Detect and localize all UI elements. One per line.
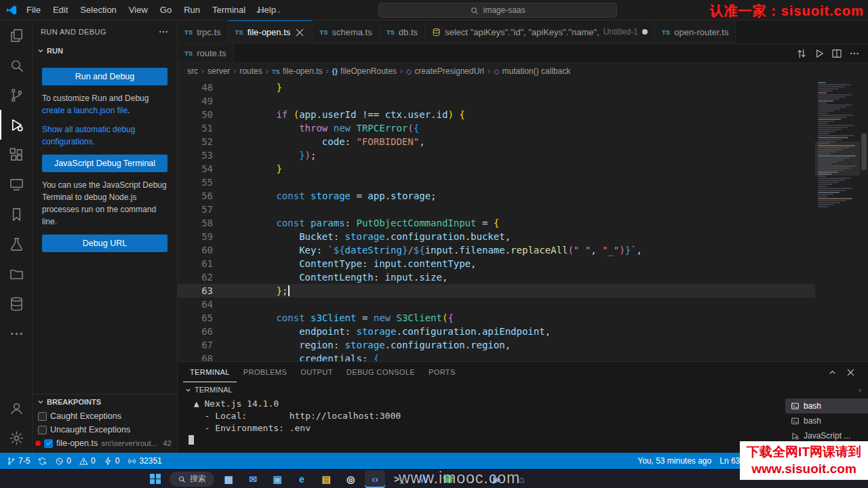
breakpoint-row[interactable]: Uncaught Exceptions (33, 423, 177, 436)
code-content[interactable]: 48 }4950 if (app.userId !== ctx.user.id)… (178, 79, 815, 361)
scrollbar-thumb[interactable] (861, 134, 867, 170)
terminal-instance-bash[interactable]: bash (785, 413, 868, 428)
run-file-icon[interactable] (814, 48, 825, 59)
js-debug-terminal-button[interactable]: JavaScript Debug Terminal (42, 155, 167, 172)
breakpoint-checkbox[interactable] (44, 439, 53, 448)
taskbar-mail-icon[interactable]: ✉ (243, 470, 263, 488)
breadcrumb-item[interactable]: {}fileOpenRoutes (332, 66, 397, 76)
more-actions-icon[interactable] (849, 48, 860, 59)
history-back-icon[interactable]: ← (252, 0, 267, 20)
line-number[interactable]: 57 (178, 203, 213, 216)
activity-bookmarks[interactable] (0, 199, 32, 229)
breadcrumb-item[interactable]: ◇mutation() callback (494, 66, 570, 76)
taskbar-chrome-icon[interactable]: ◎ (340, 470, 361, 488)
terminal-output[interactable]: ▲ Next.js 14.1.0 - Local: http://localho… (178, 397, 785, 453)
line-number[interactable]: 68 (178, 352, 213, 361)
line-number[interactable]: 55 (178, 176, 213, 189)
menu-view[interactable]: View (123, 0, 154, 20)
tab-route.ts[interactable]: TSroute.ts (178, 44, 234, 62)
maximize-panel-icon[interactable] (827, 367, 837, 378)
panel-tab-debug-console[interactable]: DEBUG CONSOLE (340, 362, 422, 382)
views-more-actions-icon[interactable] (158, 26, 169, 37)
line-number[interactable]: 62 (178, 270, 213, 284)
status-forwarded-ports[interactable]: 32351 (123, 453, 165, 469)
debug-url-button[interactable]: Debug URL (42, 235, 167, 252)
taskbar-photos-icon[interactable]: ▣ (267, 470, 288, 488)
line-number[interactable]: 53 (178, 148, 213, 162)
line-number[interactable]: 65 (178, 311, 213, 325)
taskbar-file-explorer-icon[interactable]: ▤ (316, 470, 336, 488)
taskbar-edge-icon[interactable]: e (292, 470, 312, 488)
activity-source-control[interactable] (0, 80, 32, 110)
status-feedback[interactable]: 0 (100, 453, 124, 469)
section-breakpoints[interactable]: BREAKPOINTS (33, 394, 177, 409)
start-button[interactable] (145, 470, 165, 488)
breakpoint-row[interactable]: Caught Exceptions (33, 409, 177, 423)
minimap[interactable] (815, 79, 860, 361)
command-center-search[interactable]: image-saas (378, 3, 617, 18)
activity-testing[interactable] (0, 229, 32, 259)
line-number[interactable]: 63 (178, 284, 213, 298)
code-editor[interactable]: 48 }4950 if (app.userId !== ctx.user.id)… (178, 79, 868, 361)
line-number[interactable]: 67 (178, 338, 213, 352)
activity-search[interactable] (0, 50, 32, 80)
menu-selection[interactable]: Selection (74, 0, 122, 20)
breadcrumb-item[interactable]: src (187, 66, 198, 76)
activity-settings[interactable] (0, 423, 32, 453)
activity-remote-explorer[interactable] (0, 169, 32, 199)
tab-select-apiKeys-.-id-apiKeys-.-name-[interactable]: select "apiKeys"."id", "apiKeys"."name",… (425, 20, 655, 43)
panel-tab-ports[interactable]: PORTS (422, 362, 462, 382)
compare-changes-icon[interactable] (796, 48, 807, 59)
activity-database[interactable] (0, 289, 32, 319)
sidebar-link[interactable]: create a launch.json file (42, 106, 127, 115)
taskbar-search[interactable]: 搜索 (170, 472, 214, 487)
panel-tab-output[interactable]: OUTPUT (294, 362, 340, 382)
taskbar-vscode-icon[interactable]: ‹› (365, 470, 385, 488)
panel-tab-terminal[interactable]: TERMINAL (183, 362, 237, 382)
split-editor-icon[interactable] (831, 48, 842, 59)
tab-trpc.ts[interactable]: TStrpc.ts (178, 20, 229, 43)
run-and-debug-button[interactable]: Run and Debug (42, 68, 167, 85)
status-errors[interactable]: 0 (51, 453, 75, 469)
line-number[interactable]: 49 (178, 94, 213, 108)
tab-file-open.ts[interactable]: TSfile-open.ts (229, 20, 313, 43)
breadcrumb-item[interactable]: routes (239, 66, 262, 76)
close-tab-icon[interactable] (294, 27, 305, 38)
activity-more-views[interactable] (0, 319, 32, 348)
line-number[interactable]: 61 (178, 257, 213, 270)
line-number[interactable]: 60 (178, 243, 213, 257)
sidebar-link[interactable]: Show all automatic debug configurations. (42, 125, 135, 146)
line-number[interactable]: 48 (178, 81, 213, 94)
breakpoint-row[interactable]: file-open.tssrc\server\rout...42 (33, 436, 177, 450)
terminal-instance-bash[interactable]: bash (785, 399, 868, 413)
tab-db.ts[interactable]: TSdb.ts (380, 20, 425, 43)
close-panel-icon[interactable] (846, 367, 856, 378)
breadcrumb-item[interactable]: TSfile-open.ts (272, 66, 323, 76)
status-warnings[interactable]: 0 (75, 453, 100, 469)
line-number[interactable]: 59 (178, 230, 213, 243)
activity-accounts[interactable] (0, 393, 32, 423)
breakpoint-checkbox[interactable] (38, 426, 47, 434)
line-number[interactable]: 56 (178, 189, 213, 203)
breadcrumb-item[interactable]: server (208, 66, 230, 76)
section-run[interactable]: RUN (33, 43, 177, 58)
activity-library[interactable] (0, 259, 32, 289)
breadcrumb-item[interactable]: ◇createPresignedUrl (406, 66, 484, 76)
menu-go[interactable]: Go (154, 0, 178, 20)
line-number[interactable]: 51 (178, 121, 213, 135)
menu-file[interactable]: File (20, 0, 47, 20)
line-number[interactable]: 54 (178, 162, 213, 176)
menu-run[interactable]: Run (178, 0, 206, 20)
chevron-right-icon[interactable]: › (859, 386, 861, 394)
menu-terminal[interactable]: Terminal (206, 0, 252, 20)
terminal-section-header[interactable]: TERMINAL › (178, 382, 868, 397)
line-number[interactable]: 52 (178, 135, 213, 148)
status-git-blame[interactable]: You, 53 minutes ago (633, 453, 715, 469)
line-number[interactable]: 58 (178, 216, 213, 230)
line-number[interactable]: 66 (178, 325, 213, 338)
tab-open-router.ts[interactable]: TSopen-router.ts (655, 20, 736, 43)
activity-extensions[interactable] (0, 140, 32, 169)
status-git-branch[interactable]: 7-5 (3, 453, 34, 469)
panel-tab-problems[interactable]: PROBLEMS (237, 362, 294, 382)
menu-edit[interactable]: Edit (47, 0, 74, 20)
